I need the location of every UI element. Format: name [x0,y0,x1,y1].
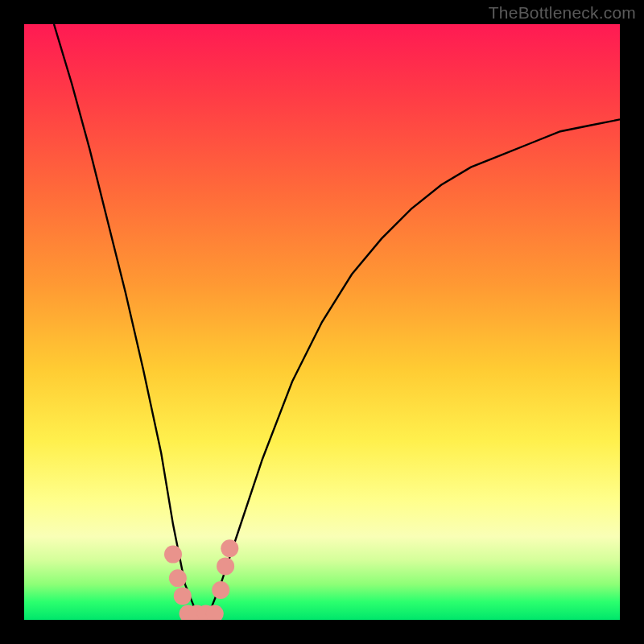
chart-frame: TheBottleneck.com [0,0,644,644]
trough-marker [212,581,229,599]
trough-marker [164,546,182,564]
trough-marker [221,539,238,557]
curve-svg [24,24,620,620]
plot-area [24,24,620,620]
trough-marker [174,587,192,605]
watermark-text: TheBottleneck.com [489,3,636,23]
marker-group [164,539,238,620]
trough-marker [217,557,234,575]
trough-marker [169,569,187,587]
bottleneck-curve [54,24,620,614]
